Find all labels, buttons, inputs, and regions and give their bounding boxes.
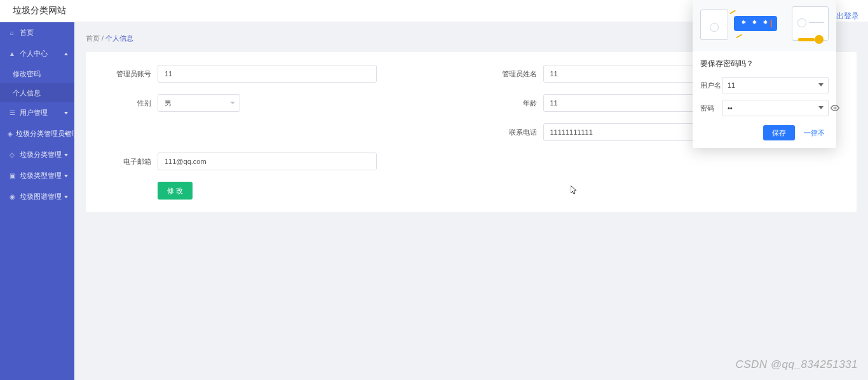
chevron-down-icon[interactable] bbox=[818, 106, 824, 109]
age-label: 年龄 bbox=[471, 94, 543, 108]
sidebar: ⌂ 首页 ▲ 个人中心 修改密码 个人信息 ☰ 用户管理 ◈ 垃圾分类管理员管理… bbox=[0, 22, 74, 380]
admin-icon: ◈ bbox=[8, 130, 13, 137]
gender-label: 性别 bbox=[86, 94, 158, 108]
sidebar-item-personal[interactable]: ▲ 个人中心 bbox=[0, 43, 74, 64]
sidebar-item-home[interactable]: ⌂ 首页 bbox=[0, 22, 74, 43]
sidebar-item-user-mgmt[interactable]: ☰ 用户管理 bbox=[0, 102, 74, 123]
sidebar-item-label: 垃圾分类管理员管理 bbox=[16, 129, 74, 139]
sidebar-item-label: 垃圾分类管理 bbox=[20, 150, 62, 159]
logout-link[interactable]: 出登录 bbox=[836, 11, 859, 22]
svg-point-0 bbox=[834, 107, 836, 109]
sidebar-item-label: 垃圾图谱管理 bbox=[20, 192, 62, 201]
sidebar-sub-change-pwd[interactable]: 修改密码 bbox=[0, 64, 74, 83]
password-illustration: ＊＊＊ bbox=[693, 0, 836, 51]
home-icon: ⌂ bbox=[8, 29, 17, 36]
breadcrumb-current: 个人信息 bbox=[105, 34, 133, 42]
watermark: CSDN @qq_834251331 bbox=[735, 358, 858, 371]
password-popup-title: 要保存密码吗？ bbox=[700, 58, 829, 69]
sidebar-item-label: 垃圾类型管理 bbox=[20, 171, 62, 180]
user-icon: ▲ bbox=[8, 50, 17, 57]
sidebar-item-cat-mgmt[interactable]: ◇ 垃圾分类管理 bbox=[0, 144, 74, 165]
gender-select[interactable] bbox=[158, 94, 240, 112]
submit-button[interactable]: 修 改 bbox=[158, 182, 193, 200]
password-save-popup: ＊＊＊ 要保存密码吗？ 用户名 密码 保存 一律不 bbox=[693, 0, 836, 148]
pw-pwd-input[interactable] bbox=[722, 100, 829, 116]
sidebar-item-label: 个人中心 bbox=[20, 49, 48, 58]
image-icon: ◉ bbox=[8, 193, 17, 200]
sidebar-item-img-mgmt[interactable]: ◉ 垃圾图谱管理 bbox=[0, 186, 74, 207]
pw-pwd-label: 密码 bbox=[700, 104, 722, 113]
chevron-down-icon[interactable] bbox=[818, 83, 824, 86]
breadcrumb-home[interactable]: 首页 bbox=[86, 34, 100, 42]
admin-name-label: 管理员姓名 bbox=[471, 65, 543, 79]
admin-account-label: 管理员账号 bbox=[86, 65, 158, 79]
email-label: 电子邮箱 bbox=[86, 153, 158, 166]
breadcrumb-sep: / bbox=[102, 34, 104, 42]
sidebar-item-admin-mgmt[interactable]: ◈ 垃圾分类管理员管理 bbox=[0, 123, 74, 144]
sidebar-item-label: 用户管理 bbox=[20, 108, 48, 118]
pw-user-label: 用户名 bbox=[700, 81, 722, 90]
password-pill: ＊＊＊ bbox=[734, 16, 777, 31]
key-icon bbox=[798, 33, 824, 44]
phone-label: 联系电话 bbox=[471, 123, 543, 137]
email-input[interactable] bbox=[158, 153, 377, 170]
pw-never-button[interactable]: 一律不 bbox=[800, 125, 829, 140]
pw-save-button[interactable]: 保存 bbox=[763, 125, 795, 140]
type-icon: ▣ bbox=[8, 172, 17, 179]
users-icon: ☰ bbox=[8, 109, 17, 116]
app-title: 垃圾分类网站 bbox=[13, 5, 66, 17]
sidebar-item-type-mgmt[interactable]: ▣ 垃圾类型管理 bbox=[0, 165, 74, 186]
pw-user-input[interactable] bbox=[722, 77, 829, 93]
category-icon: ◇ bbox=[8, 151, 17, 158]
admin-account-input[interactable] bbox=[158, 65, 377, 83]
sidebar-sub-personal-info[interactable]: 个人信息 bbox=[0, 83, 74, 102]
eye-icon[interactable] bbox=[830, 103, 840, 113]
sidebar-item-label: 首页 bbox=[20, 28, 34, 37]
